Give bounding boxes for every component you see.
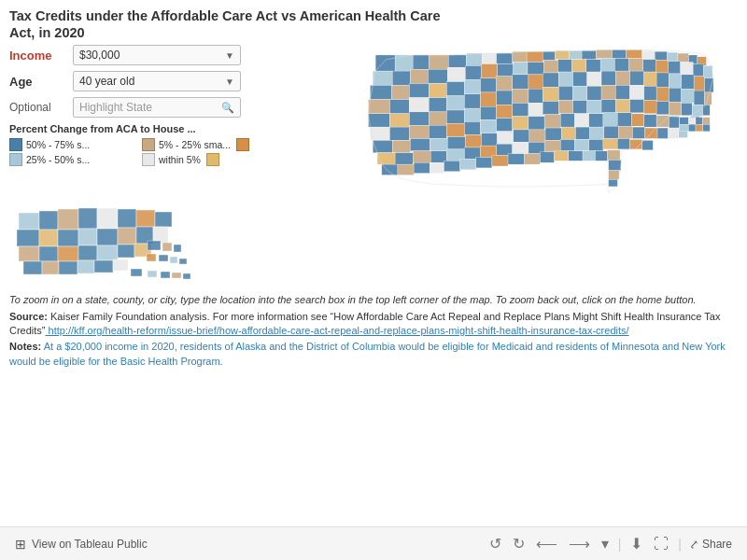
svg-rect-119 xyxy=(429,125,446,138)
age-label: Age xyxy=(9,75,73,89)
share-button[interactable]: ⤤ Share xyxy=(689,538,732,551)
us-map-container[interactable] xyxy=(271,45,738,194)
svg-rect-142 xyxy=(447,137,465,149)
income-dropdown-arrow: ▼ xyxy=(225,50,234,61)
svg-rect-139 xyxy=(392,141,410,153)
svg-rect-118 xyxy=(409,125,429,138)
svg-rect-179 xyxy=(414,162,430,173)
svg-rect-229 xyxy=(42,261,59,274)
svg-rect-94 xyxy=(389,114,409,127)
age-dropdown[interactable]: 40 year old ▼ xyxy=(73,71,241,91)
svg-rect-198 xyxy=(696,118,703,125)
svg-rect-152 xyxy=(604,126,618,138)
svg-rect-231 xyxy=(78,260,94,273)
svg-rect-167 xyxy=(513,143,529,154)
svg-rect-224 xyxy=(78,245,97,260)
svg-rect-175 xyxy=(630,140,642,149)
state-search-box[interactable]: Highlight State 🔍 xyxy=(73,97,241,118)
controls-map-row: Income $30,000 ▼ Age 40 year old ▼ Optio… xyxy=(0,45,747,194)
expand-button[interactable]: ⛶ xyxy=(652,536,670,553)
svg-rect-34 xyxy=(543,61,557,73)
svg-rect-90 xyxy=(682,89,694,103)
svg-rect-195 xyxy=(609,180,618,188)
undo-button[interactable]: ↺ xyxy=(487,535,503,553)
svg-rect-24 xyxy=(373,71,392,85)
svg-rect-91 xyxy=(694,91,704,105)
svg-rect-245 xyxy=(179,259,187,264)
svg-rect-177 xyxy=(382,164,398,175)
svg-rect-184 xyxy=(492,156,508,166)
svg-rect-196 xyxy=(680,118,689,125)
svg-rect-146 xyxy=(514,130,529,142)
list-item: 5% - 25% sma... xyxy=(142,138,271,151)
state-search-placeholder: Highlight State xyxy=(79,101,152,114)
svg-rect-69 xyxy=(705,78,714,92)
redo-button[interactable]: ↻ xyxy=(511,535,527,553)
svg-rect-169 xyxy=(544,141,560,152)
svg-rect-132 xyxy=(631,114,643,126)
svg-rect-125 xyxy=(529,117,544,130)
svg-rect-10 xyxy=(527,51,543,62)
income-dropdown[interactable]: $30,000 ▼ xyxy=(73,45,241,65)
svg-rect-199 xyxy=(703,118,711,125)
svg-rect-215 xyxy=(58,230,78,246)
share-icon: ⤤ xyxy=(689,538,698,551)
dropdown-button[interactable]: ▾ xyxy=(599,535,611,553)
title-line2: Act, in 2020 xyxy=(9,25,85,40)
svg-rect-109 xyxy=(630,100,644,113)
svg-rect-98 xyxy=(464,108,480,121)
svg-rect-213 xyxy=(17,230,39,246)
svg-rect-171 xyxy=(574,140,588,151)
svg-rect-102 xyxy=(529,104,543,117)
svg-rect-140 xyxy=(410,139,430,151)
svg-rect-180 xyxy=(430,162,444,173)
svg-rect-233 xyxy=(113,259,128,271)
svg-rect-15 xyxy=(596,49,612,59)
left-controls: Income $30,000 ▼ Age 40 year old ▼ Optio… xyxy=(9,45,271,166)
svg-rect-145 xyxy=(498,132,514,144)
tableau-logo[interactable]: ⊞ View on Tableau Public xyxy=(15,537,148,552)
svg-rect-36 xyxy=(572,60,586,72)
tableau-logo-text: View on Tableau Public xyxy=(32,538,148,551)
svg-rect-147 xyxy=(529,130,545,142)
svg-rect-236 xyxy=(161,272,170,278)
source-link[interactable]: http://kff.org/health-reform/issue-brief… xyxy=(46,325,629,336)
svg-rect-133 xyxy=(644,115,656,127)
back-button[interactable]: ⟵ xyxy=(534,535,559,553)
svg-rect-93 xyxy=(369,114,390,127)
svg-rect-75 xyxy=(464,94,480,108)
legend-swatch-6 xyxy=(206,153,219,166)
svg-rect-27 xyxy=(428,69,447,83)
svg-rect-103 xyxy=(543,102,558,115)
svg-rect-38 xyxy=(600,59,614,71)
legend-swatch-2 xyxy=(9,153,22,166)
income-label: Income xyxy=(9,49,73,63)
legend-swatch-1 xyxy=(9,138,22,151)
legend-swatch-5 xyxy=(236,138,249,151)
svg-rect-223 xyxy=(58,246,78,261)
svg-rect-7 xyxy=(482,53,496,63)
svg-rect-238 xyxy=(183,273,190,279)
svg-rect-6 xyxy=(466,53,482,65)
svg-rect-176 xyxy=(642,141,653,150)
svg-rect-47 xyxy=(370,86,391,100)
forward-button[interactable]: ⟶ xyxy=(567,535,592,553)
svg-rect-242 xyxy=(147,254,156,261)
svg-rect-153 xyxy=(618,126,632,138)
svg-rect-97 xyxy=(446,110,464,123)
legend-label-3: 5% - 25% sma... xyxy=(159,139,231,150)
svg-rect-95 xyxy=(409,112,429,125)
svg-rect-217 xyxy=(97,229,118,245)
svg-rect-79 xyxy=(529,89,543,103)
svg-rect-108 xyxy=(615,100,629,113)
svg-rect-44 xyxy=(681,63,693,75)
download-button[interactable]: ⬇ xyxy=(628,535,644,553)
legend-swatch-4 xyxy=(142,153,155,166)
svg-rect-106 xyxy=(587,101,601,114)
svg-rect-8 xyxy=(497,53,513,63)
svg-rect-49 xyxy=(409,84,429,98)
svg-rect-120 xyxy=(446,124,464,137)
svg-rect-230 xyxy=(59,261,78,274)
svg-rect-1 xyxy=(375,55,395,71)
svg-rect-210 xyxy=(118,209,136,228)
